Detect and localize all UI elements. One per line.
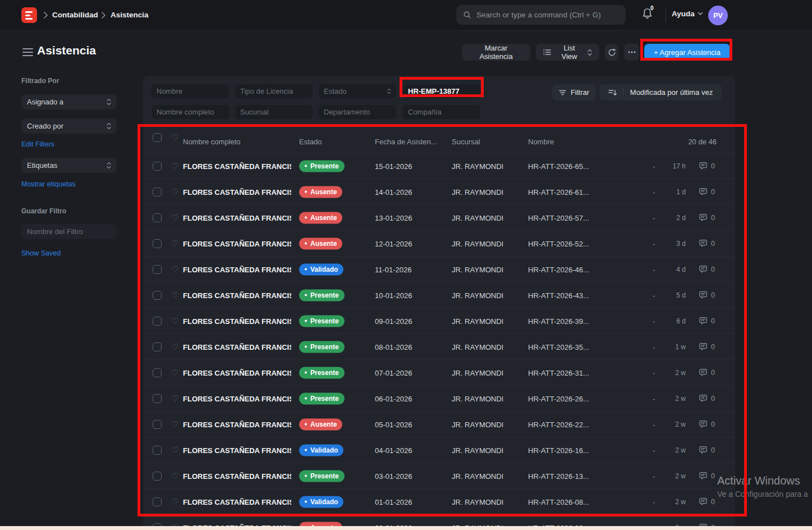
refresh-button[interactable] [605,44,618,61]
sidebar-toggle-icon[interactable] [22,48,33,56]
row-checkbox[interactable] [153,317,162,326]
table-row[interactable]: FLORES CASTAÑEDA FRANCISC Presente 03-01… [143,463,735,489]
table-row[interactable]: FLORES CASTAÑEDA FRANCISC Presente 07-01… [143,360,735,386]
tags-select[interactable]: Etiquetas [21,158,117,173]
employee-name-link[interactable]: FLORES CASTAÑEDA FRANCISC [183,291,291,299]
breadcrumb-contabilidad[interactable]: Contabilidad [52,11,98,19]
row-checkbox[interactable] [153,188,162,197]
table-row[interactable]: FLORES CASTAÑEDA FRANCISC Ausente 12-01-… [143,231,735,257]
employee-name-link[interactable]: FLORES CASTAÑEDA FRANCISC [183,162,291,170]
filter-compania-input[interactable] [403,105,480,119]
filter-nombre-input[interactable] [152,84,229,98]
table-row[interactable]: FLORES CASTAÑEDA FRANCISC Presente 15-01… [143,153,735,179]
heart-icon[interactable] [171,212,178,222]
filter-estado-select[interactable]: Estado [319,84,396,98]
global-search-input[interactable]: Search or type a command (Ctrl + G) [456,5,626,25]
comment-count[interactable]: 0 [699,265,715,273]
comment-count[interactable]: 0 [699,188,715,196]
heart-icon[interactable] [171,393,178,403]
edit-filters-link[interactable]: Edit Filters [21,140,54,148]
created-by-select[interactable]: Creado por [21,118,117,134]
row-checkbox[interactable] [153,342,162,351]
help-menu[interactable]: Ayuda [672,10,703,18]
heart-icon[interactable] [171,445,178,455]
heart-icon[interactable] [171,290,178,300]
row-checkbox[interactable] [153,420,162,429]
notifications-button[interactable]: 0 [641,7,658,24]
filter-employee-input[interactable]: HR-EMP-13877 [403,84,480,98]
employee-name-link[interactable]: FLORES CASTAÑEDA FRANCISC [183,446,291,454]
filter-tipo-licencia-input[interactable] [235,84,313,98]
table-row[interactable]: FLORES CASTAÑEDA FRANCISC Presente 06-01… [143,386,735,412]
employee-name-link[interactable]: FLORES CASTAÑEDA FRANCISC [183,497,291,506]
row-checkbox[interactable] [153,291,162,300]
comment-count[interactable]: 0 [699,162,715,170]
row-checkbox[interactable] [153,213,162,222]
app-logo-icon[interactable] [21,7,37,23]
heart-icon[interactable] [171,316,178,326]
filter-sucursal-input[interactable] [235,105,313,119]
comment-count[interactable]: 0 [699,394,715,403]
heart-icon[interactable] [171,161,178,171]
row-checkbox[interactable] [153,368,162,377]
row-checkbox[interactable] [153,394,162,403]
table-row[interactable]: FLORES CASTAÑEDA FRANCISC Validado 01-01… [143,489,735,515]
assigned-to-select[interactable]: Asignado a [21,94,117,109]
heart-icon[interactable] [171,238,178,248]
heart-icon[interactable] [171,186,178,197]
employee-name-link[interactable]: FLORES CASTAÑEDA FRANCISC [183,342,291,351]
row-checkbox[interactable] [153,265,162,274]
heart-icon[interactable] [171,470,178,481]
table-row[interactable]: FLORES CASTAÑEDA FRANCISC Ausente 05-01-… [143,412,735,437]
employee-name-link[interactable]: FLORES CASTAÑEDA FRANCISC [183,394,291,403]
row-checkbox[interactable] [153,162,162,171]
mark-attendance-button[interactable]: Marcar Asistencia [462,44,530,61]
row-checkbox[interactable] [153,446,162,455]
comment-count[interactable]: 0 [699,213,715,222]
filter-name-input[interactable] [21,224,117,239]
show-saved-link[interactable]: Show Saved [21,249,61,257]
comment-count[interactable]: 0 [699,446,715,454]
employee-name-link[interactable]: FLORES CASTAÑEDA FRANCISC [183,213,291,222]
show-tags-link[interactable]: Mostrar etiquetas [21,180,76,188]
row-checkbox[interactable] [153,239,162,248]
table-row[interactable]: FLORES CASTAÑEDA FRANCISC Validado 11-01… [143,257,735,282]
view-selector-button[interactable]: List View [536,44,599,61]
breadcrumb-asistencia[interactable]: Asistencia [111,11,149,19]
filter-button[interactable]: Filtrar [552,84,596,100]
more-options-button[interactable] [624,44,639,61]
filter-departamento-input[interactable] [319,105,396,119]
row-checkbox[interactable] [153,472,162,481]
table-row[interactable]: FLORES CASTAÑEDA FRANCISC Ausente 13-01-… [143,205,735,231]
avatar[interactable]: PV [708,6,728,25]
table-row[interactable]: FLORES CASTAÑEDA FRANCISC Ausente 14-01-… [143,179,735,205]
record-count[interactable]: 20 de 46 [671,138,717,146]
comment-count[interactable]: 0 [699,317,715,325]
table-row[interactable]: FLORES CASTAÑEDA FRANCISC Validado 04-01… [143,437,735,463]
heart-icon[interactable] [171,419,178,429]
employee-name-link[interactable]: FLORES CASTAÑEDA FRANCISC [183,188,291,196]
add-attendance-button[interactable]: + Agregar Asistencia [644,44,730,61]
comment-count[interactable]: 0 [699,239,715,248]
employee-name-link[interactable]: FLORES CASTAÑEDA FRANCISC [183,368,291,377]
comment-count[interactable]: 0 [699,368,715,377]
heart-icon[interactable] [171,264,178,274]
filter-nombre-completo-input[interactable] [152,105,229,119]
heart-icon[interactable] [171,341,178,351]
employee-name-link[interactable]: FLORES CASTAÑEDA FRANCISC [183,265,291,273]
sort-button[interactable]: Modificada por última vez [599,84,722,100]
select-all-checkbox[interactable] [153,133,162,142]
heart-icon[interactable] [171,496,178,506]
comment-count[interactable]: 0 [699,420,715,428]
employee-name-link[interactable]: FLORES CASTAÑEDA FRANCISC [183,239,291,248]
table-row[interactable]: FLORES CASTAÑEDA FRANCISC Presente 09-01… [143,308,735,334]
row-checkbox[interactable] [153,497,162,506]
table-row[interactable]: FLORES CASTAÑEDA FRANCISC Presente 08-01… [143,334,735,360]
employee-name-link[interactable]: FLORES CASTAÑEDA FRANCISC [183,317,291,325]
comment-count[interactable]: 0 [699,342,715,351]
employee-name-link[interactable]: FLORES CASTAÑEDA FRANCISC [183,420,291,428]
like-filter-icon[interactable] [171,132,178,143]
comment-count[interactable]: 0 [699,291,715,299]
heart-icon[interactable] [171,367,178,377]
comment-count[interactable]: 0 [699,472,715,480]
